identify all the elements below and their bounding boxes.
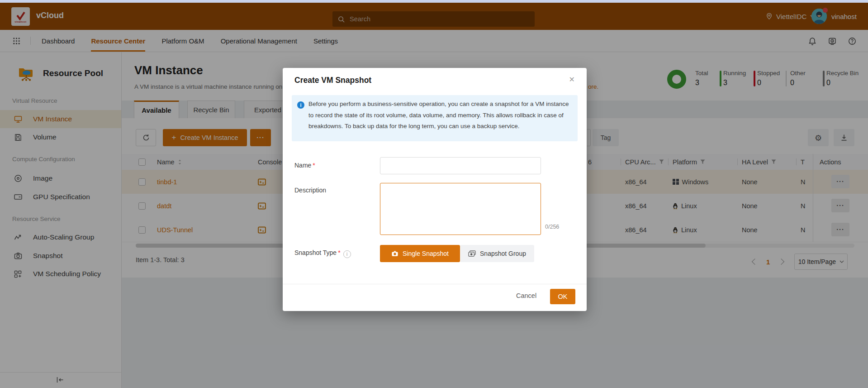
- camera-group-icon: [468, 250, 476, 257]
- type-label-text: Snapshot Type: [294, 249, 337, 256]
- name-label: Name*: [294, 162, 315, 169]
- dialog-title: Create VM Snapshot: [294, 76, 371, 85]
- name-label-text: Name: [294, 162, 311, 169]
- cancel-button[interactable]: Cancel: [516, 292, 536, 299]
- snapshot-group-label: Snapshot Group: [480, 250, 526, 257]
- snapshot-name-input[interactable]: [380, 157, 541, 174]
- camera-icon: [391, 250, 398, 257]
- required-marker: *: [313, 162, 315, 169]
- description-label: Description: [294, 187, 326, 194]
- snapshot-group-button[interactable]: Snapshot Group: [460, 245, 534, 262]
- create-vm-snapshot-dialog: Create VM Snapshot ✕ i Before you perfor…: [283, 68, 587, 311]
- vcloud-app: vinahost vCloud ViettelIDC vinahost Dash…: [0, 0, 868, 388]
- info-banner: i Before you perform a business-sensitiv…: [292, 95, 578, 141]
- info-icon: i: [297, 101, 304, 109]
- info-text: Before you perform a business-sensitive …: [308, 99, 571, 132]
- single-snapshot-label: Single Snapshot: [403, 250, 449, 257]
- single-snapshot-button[interactable]: Single Snapshot: [380, 245, 460, 262]
- description-textarea[interactable]: [380, 183, 541, 235]
- snapshot-type-label: Snapshot Type*i: [294, 249, 351, 258]
- type-help-icon[interactable]: i: [343, 250, 351, 258]
- ok-button[interactable]: OK: [550, 289, 575, 304]
- dialog-footer: [283, 284, 587, 311]
- close-icon[interactable]: ✕: [569, 75, 575, 84]
- char-counter: 0/256: [545, 224, 559, 230]
- browser-edge-strip: [0, 0, 868, 3]
- required-marker: *: [338, 249, 340, 256]
